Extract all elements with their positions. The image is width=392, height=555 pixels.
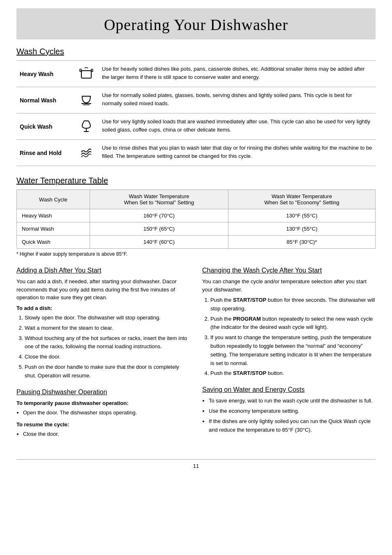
left-column: Adding a Dish After You Start You can ad… <box>16 267 190 447</box>
list-item: Push the PROGRAM button repeatedly to se… <box>210 315 376 332</box>
list-item: If you want to change the temperature se… <box>210 333 376 368</box>
cycle-name-heavy: Heavy Wash <box>16 61 74 87</box>
page-title: Operating Your Dishwasher <box>16 16 376 34</box>
rinse-hold-icon <box>74 140 99 166</box>
changing-cycle-intro: You can change the cycle and/or temperat… <box>202 278 376 294</box>
table-row: Heavy Wash160°F (70°C)130°F (55°C) <box>17 209 376 222</box>
adding-dish-section: Adding a Dish After You Start You can ad… <box>16 267 190 380</box>
resume-label: To resume the cycle: <box>16 421 190 429</box>
temp-table: Wash Cycle Wash Water TemperatureWhen Se… <box>16 190 376 249</box>
changing-cycle-title: Changing the Wash Cycle After You Start <box>202 267 376 274</box>
list-item: If the dishes are only lightly soiled yo… <box>209 417 376 435</box>
heavy-wash-icon <box>74 61 99 87</box>
cycle-desc-quick: Use for very lightly soiled loads that a… <box>99 113 376 140</box>
wash-cycles-table: Heavy Wash Use for heavily soiled dishes… <box>16 60 376 166</box>
resume-steps: Close the door. <box>23 430 190 439</box>
list-item: Close the door. <box>25 353 190 361</box>
saving-bullets: To save energy, wait to run the wash cyc… <box>209 397 376 434</box>
table-row: Normal Wash150°F (65°C)130°F (55°C) <box>17 222 376 236</box>
table-row: Quick Wash140°F (60°C)85°F (30°C)* <box>17 236 376 249</box>
temp-col1-header: Wash Cycle <box>17 190 90 209</box>
wash-cycles-section: Wash Cycles Heavy Wash Use for heavily s… <box>16 47 376 166</box>
temp-note: * Higher if water supply temperature is … <box>16 251 376 257</box>
changing-cycle-steps: Push the START/STOP button for three sec… <box>210 296 376 378</box>
normal-wash-icon <box>74 87 99 113</box>
lower-section: Adding a Dish After You Start You can ad… <box>16 267 376 447</box>
pause-steps: Open the door. The dishwasher stops oper… <box>23 409 190 417</box>
table-row: Normal Wash Use for normally soiled plat… <box>16 87 376 113</box>
temp-col2-header: Wash Water TemperatureWhen Set to "Norma… <box>90 190 228 209</box>
cycle-desc-normal: Use for normally soiled plates, glasses,… <box>99 87 376 113</box>
svg-rect-0 <box>81 71 91 78</box>
list-item: Use the economy temperature setting. <box>209 407 376 416</box>
list-item: Push the START/STOP button. <box>210 369 376 378</box>
list-item: Close the door. <box>23 430 190 439</box>
adding-dish-title: Adding a Dish After You Start <box>16 267 190 274</box>
water-temp-section: Water Temperature Table Wash Cycle Wash … <box>16 176 376 257</box>
pause-label: To temporarily pause dishwasher operatio… <box>16 399 190 407</box>
pausing-title: Pausing Dishwasher Operation <box>16 388 190 396</box>
cycle-name-rinse: Rinse and Hold <box>16 140 74 166</box>
list-item: To save energy, wait to run the wash cyc… <box>209 397 376 405</box>
table-row: Rinse and Hold Use to rinse dishes that … <box>16 140 376 166</box>
cycle-desc-heavy: Use for heavily soiled dishes like pots,… <box>99 61 376 87</box>
list-item: Slowly open the door. The dishwasher wil… <box>25 314 190 322</box>
right-column: Changing the Wash Cycle After You Start … <box>202 267 376 447</box>
cycle-desc-rinse: Use to rinse dishes that you plan to was… <box>99 140 376 166</box>
quick-wash-icon <box>74 113 99 140</box>
adding-dish-label: To add a dish: <box>16 304 190 312</box>
pausing-section: Pausing Dishwasher Operation To temporar… <box>16 388 190 439</box>
temp-col3-header: Wash Water TemperatureWhen Set to "Econo… <box>228 190 375 209</box>
table-row: Quick Wash Use for very lightly soiled l… <box>16 113 376 140</box>
list-item: Push on the door handle to make sure tha… <box>25 363 190 380</box>
table-row: Heavy Wash Use for heavily soiled dishes… <box>16 61 376 87</box>
cycle-name-normal: Normal Wash <box>16 87 74 113</box>
adding-dish-intro: You can add a dish, if needed, after sta… <box>16 278 190 302</box>
saving-section: Saving on Water and Energy Costs To save… <box>202 386 376 434</box>
list-item: Wait a moment for the steam to clear. <box>25 324 190 333</box>
adding-dish-steps: Slowly open the door. The dishwasher wil… <box>25 314 190 380</box>
changing-cycle-section: Changing the Wash Cycle After You Start … <box>202 267 376 378</box>
cycle-name-quick: Quick Wash <box>16 113 74 140</box>
list-item: Push the START/STOP button for three sec… <box>210 296 376 313</box>
water-temp-title: Water Temperature Table <box>16 176 376 185</box>
list-item: Open the door. The dishwasher stops oper… <box>23 409 190 417</box>
page-footer: 11 <box>16 459 376 469</box>
saving-title: Saving on Water and Energy Costs <box>202 386 376 393</box>
list-item: Without touching any of the hot surfaces… <box>25 334 190 352</box>
page-header: Operating Your Dishwasher <box>16 8 376 39</box>
wash-cycles-title: Wash Cycles <box>16 47 376 56</box>
page-number: 11 <box>193 463 199 469</box>
